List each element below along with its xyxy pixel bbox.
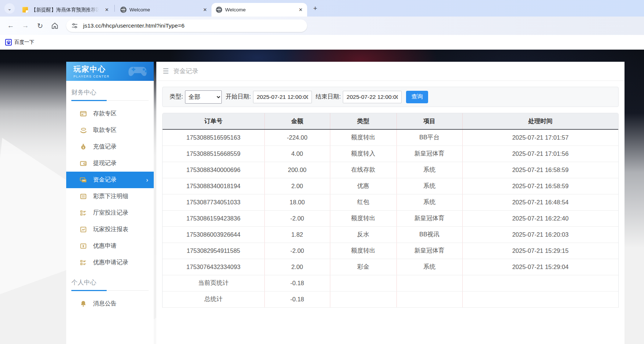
home-button[interactable]: [49, 19, 61, 32]
table-cell: [396, 275, 462, 291]
close-icon[interactable]: ✕: [103, 6, 110, 13]
menu-icon[interactable]: ☰: [163, 67, 169, 75]
sidebar-item-label: 提现记录: [93, 160, 117, 167]
column-header: 项目: [396, 113, 462, 129]
table-cell: -0.18: [264, 291, 330, 307]
browser-tab-3-active[interactable]: Welcome ✕: [211, 3, 307, 17]
sidebar-item-提现记录[interactable]: 提现记录›: [66, 155, 154, 172]
sidebar-section-title: 个人中心: [71, 278, 149, 291]
bookmarks-bar: 百度一下: [0, 35, 644, 50]
tab-divider: [114, 5, 115, 12]
sidebar-item-玩家投注报表[interactable]: 玩家投注报表›: [66, 221, 154, 238]
site-settings-tune-icon[interactable]: [71, 22, 79, 30]
sidebar-item-资金记录[interactable]: 资金记录›: [66, 172, 154, 188]
chevron-down-icon: ⌄: [8, 6, 12, 11]
close-icon[interactable]: ✕: [297, 6, 304, 13]
table-cell: 200.00: [264, 162, 330, 178]
table-cell: 1753086159423836: [163, 210, 264, 226]
table-cell: 1753088515668559: [163, 146, 264, 162]
table-cell: 1753088340000696: [163, 162, 264, 178]
sidebar-item-label: 消息公告: [93, 300, 117, 308]
table-cell: 2025-07-21 16:20:03: [462, 226, 618, 243]
coupon-icon: [80, 243, 87, 250]
table-cell: 新皇冠体育: [396, 146, 462, 162]
sidebar-header: 玩家中心 PLAYERS CENTER: [66, 62, 154, 81]
wallet-icon: [80, 160, 87, 167]
table-cell: 1753088516595163: [163, 129, 264, 146]
bell-icon: [80, 300, 87, 307]
search-button[interactable]: 查询: [406, 91, 428, 103]
sidebar-item-label: 厅室投注记录: [93, 209, 128, 217]
moneybag-icon: [80, 143, 87, 150]
column-header: 类型: [330, 113, 396, 129]
browser-tab-1[interactable]: 【新提醒】海燕体育预测推荐区 ✕: [18, 3, 113, 17]
document-lines-icon: [80, 193, 87, 200]
sidebar-nav: 财务中心存款专区›取款专区›充值记录›提现记录›资金记录›彩票下注明细›厅室投注…: [66, 88, 154, 312]
browser-tab-strip: ⌄ 【新提醒】海燕体育预测推荐区 ✕ Welcome ✕ Welcome ✕ +: [0, 0, 644, 17]
funds-record-panel: ☰ 资金记录 类型: 全部 开始日期: 结束日期: 查询 订单号金额类型项目处理…: [156, 62, 625, 344]
table-cell: [330, 291, 396, 307]
address-bar[interactable]: js13.cc/hhcp/usercenter.html?iniType=6: [66, 19, 307, 32]
type-select[interactable]: 全部: [185, 90, 222, 104]
gamepad-icon: [127, 64, 150, 79]
sidebar-item-消息公告[interactable]: 消息公告›: [66, 295, 154, 312]
forward-button[interactable]: →: [19, 19, 32, 32]
tab-title: Welcome: [225, 7, 294, 12]
chevron-right-icon: ›: [146, 176, 148, 184]
back-button[interactable]: ←: [4, 19, 17, 32]
start-date-input[interactable]: [253, 91, 312, 103]
table-cell: 2025-07-21 17:01:57: [462, 129, 618, 146]
table-cell: 2.00: [264, 178, 330, 194]
sidebar-item-label: 优惠申请记录: [93, 259, 128, 266]
sidebar-item-label: 存款专区: [93, 110, 117, 118]
new-tab-button[interactable]: +: [310, 3, 320, 14]
table-cell: 额度转入: [330, 146, 396, 162]
sidebar-item-优惠申请记录[interactable]: 优惠申请记录›: [66, 254, 154, 271]
tab-search-button[interactable]: ⌄: [4, 3, 15, 14]
browser-tab-2[interactable]: Welcome ✕: [116, 3, 211, 17]
sidebar-item-存款专区[interactable]: 存款专区›: [66, 105, 154, 122]
sidebar-item-label: 玩家投注报表: [93, 226, 128, 233]
table-row: 175308773405103318.00红包系统2025-07-21 16:4…: [163, 194, 618, 210]
table-cell: 18.00: [264, 194, 330, 210]
sidebar-item-厅室投注记录[interactable]: 厅室投注记录›: [66, 205, 154, 221]
bookmark-baidu[interactable]: 百度一下: [5, 39, 34, 46]
baidu-paw-icon: [5, 39, 12, 46]
table-cell: [462, 291, 618, 307]
reload-button[interactable]: ↻: [34, 19, 46, 32]
list-squares-icon: [80, 209, 87, 216]
table-row: 总统计-0.18: [163, 291, 618, 307]
table-cell: 2025-07-21 15:29:04: [462, 259, 618, 275]
table-cell: 1.82: [264, 226, 330, 243]
funds-table: 订单号金额类型项目处理时间 1753088516595163-224.00额度转…: [162, 113, 619, 308]
table-cell: 红包: [330, 194, 396, 210]
sidebar-item-优惠申请[interactable]: 优惠申请›: [66, 238, 154, 254]
sidebar-item-label: 彩票下注明细: [93, 193, 128, 200]
table-row: 17530883400181942.00优惠系统2025-07-21 16:58…: [163, 178, 618, 194]
table-cell: 反水: [330, 226, 396, 243]
table-header-row: 订单号金额类型项目处理时间: [163, 113, 618, 129]
table-row: 1753082954911585-2.00额度转出新皇冠体育2025-07-21…: [163, 243, 618, 259]
close-icon[interactable]: ✕: [202, 6, 209, 13]
page-title: 资金记录: [173, 67, 198, 75]
table-cell: 新皇冠体育: [396, 210, 462, 226]
table-cell: 系统: [396, 194, 462, 210]
sidebar-item-label: 取款专区: [93, 126, 117, 134]
table-cell: 1753082954911585: [163, 243, 264, 259]
table-cell: 2025-07-21 16:58:59: [462, 162, 618, 178]
sidebar-item-充值记录[interactable]: 充值记录›: [66, 139, 154, 155]
table-cell: 系统: [396, 162, 462, 178]
sidebar-item-彩票下注明细[interactable]: 彩票下注明细›: [66, 188, 154, 205]
table-row: 17530885156685594.00额度转入新皇冠体育2025-07-21 …: [163, 146, 618, 162]
home-icon: [51, 22, 59, 30]
table-body: 1753088516595163-224.00额度转出BB平台2025-07-2…: [163, 129, 618, 307]
table-cell: 1753087734051033: [163, 194, 264, 210]
sidebar-item-group: 存款专区›取款专区›充值记录›提现记录›资金记录›彩票下注明细›厅室投注记录›玩…: [66, 105, 154, 271]
table-cell: 额度转出: [330, 210, 396, 226]
sidebar-item-取款专区[interactable]: 取款专区›: [66, 122, 154, 139]
table-row: 当前页统计-0.18: [163, 275, 618, 291]
end-date-input[interactable]: [343, 91, 402, 103]
list-squares-icon: [80, 259, 87, 266]
table-cell: -0.18: [264, 275, 330, 291]
sidebar-item-group: 消息公告›: [66, 295, 154, 312]
